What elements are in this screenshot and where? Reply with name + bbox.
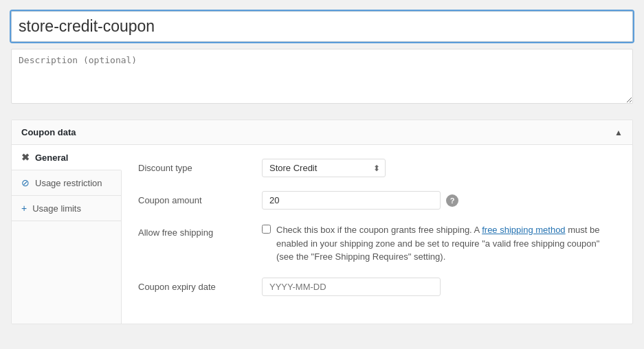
coupon-expiry-row: Coupon expiry date <box>138 278 616 296</box>
free-shipping-checkbox-row: Check this box if the coupon grants free… <box>262 223 606 264</box>
coupon-expiry-label: Coupon expiry date <box>138 278 262 292</box>
coupon-expiry-value <box>262 278 616 296</box>
tab-usage-restriction[interactable]: ⊘ Usage restriction <box>12 170 121 196</box>
panel-content: Discount type Percentage discount Fixed … <box>122 145 632 324</box>
panel-toggle-icon[interactable]: ▲ <box>614 128 623 137</box>
discount-type-value: Percentage discount Fixed cart discount … <box>262 159 616 177</box>
plus-icon: + <box>21 203 27 214</box>
tab-usage-limits[interactable]: + Usage limits <box>12 196 121 221</box>
coupon-data-panel: Coupon data ▲ ✖ General ⊘ Usage restrict… <box>11 120 633 324</box>
tab-general[interactable]: ✖ General <box>12 145 122 170</box>
x-icon: ✖ <box>21 152 30 163</box>
panel-header: Coupon data ▲ <box>12 120 632 145</box>
allow-free-shipping-row: Allow free shipping Check this box if th… <box>138 223 616 264</box>
allow-free-shipping-checkbox[interactable] <box>262 225 271 234</box>
free-shipping-method-link[interactable]: free shipping method <box>482 225 565 235</box>
coupon-amount-label: Coupon amount <box>138 191 262 205</box>
tab-usage-limits-label: Usage limits <box>32 203 81 214</box>
free-shipping-desc-start: Check this box if the coupon grants free… <box>276 225 482 235</box>
panel-tabs: ✖ General ⊘ Usage restriction + Usage li… <box>12 145 122 324</box>
coupon-amount-row: Coupon amount ? <box>138 191 616 210</box>
description-textarea[interactable] <box>11 49 633 104</box>
tab-usage-restriction-label: Usage restriction <box>35 178 102 188</box>
coupon-amount-value: ? <box>262 191 616 210</box>
discount-type-row: Discount type Percentage discount Fixed … <box>138 159 616 177</box>
allow-free-shipping-value: Check this box if the coupon grants free… <box>262 223 616 264</box>
panel-title: Coupon data <box>21 127 76 137</box>
allow-free-shipping-text: Check this box if the coupon grants free… <box>276 223 606 264</box>
coupon-expiry-input[interactable] <box>262 278 441 296</box>
discount-type-select[interactable]: Percentage discount Fixed cart discount … <box>262 159 386 177</box>
allow-free-shipping-label: Allow free shipping <box>138 223 262 238</box>
panel-body: ✖ General ⊘ Usage restriction + Usage li… <box>12 145 632 324</box>
coupon-amount-help-icon[interactable]: ? <box>446 194 458 207</box>
discount-type-label: Discount type <box>138 159 262 173</box>
coupon-title-input[interactable] <box>11 11 633 42</box>
tab-general-label: General <box>35 153 68 163</box>
circle-slash-icon: ⊘ <box>21 177 30 188</box>
coupon-amount-input[interactable] <box>262 191 441 210</box>
discount-type-select-wrapper: Percentage discount Fixed cart discount … <box>262 159 386 177</box>
